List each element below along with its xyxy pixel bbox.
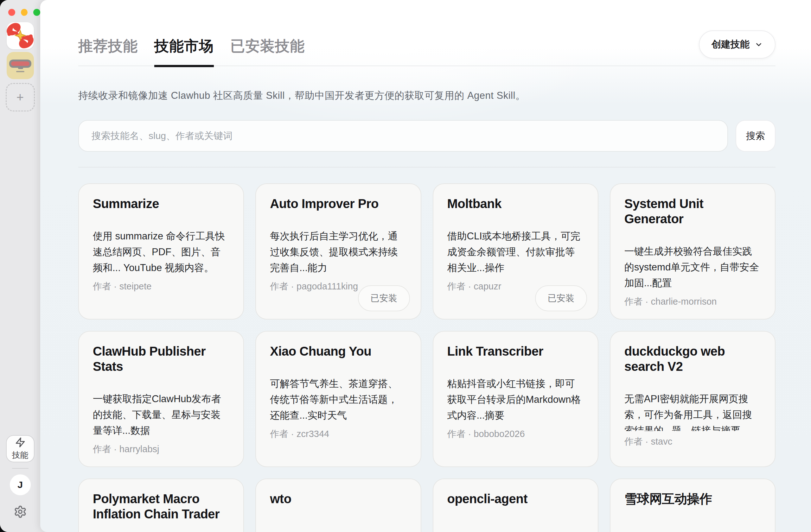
skill-author: 作者 · stavc xyxy=(624,435,761,448)
skill-card-systemd-unit-generator[interactable]: Systemd Unit Generator 一键生成并校验符合最佳实践的sys… xyxy=(610,183,776,319)
skill-card-auto-improver-pro[interactable]: Auto Improver Pro 每次执行后自主学习优化，通过收集反馈、提取模… xyxy=(255,183,421,319)
skill-card-opencli-agent[interactable]: opencli-agent 已安装 xyxy=(433,479,598,532)
skill-title: Moltbank xyxy=(447,196,584,211)
lobster-claws-star-icon xyxy=(7,22,34,49)
search-button-label: 搜索 xyxy=(746,129,765,142)
window-controls xyxy=(0,0,40,16)
skill-title: Auto Improver Pro xyxy=(270,196,407,211)
plus-icon: + xyxy=(16,90,24,105)
skill-title: wto xyxy=(270,491,407,506)
skill-description: 一键生成并校验符合最佳实践的systemd单元文件，自带安全加固...配置 xyxy=(624,244,761,291)
skill-title: Systemd Unit Generator xyxy=(624,196,761,226)
skill-card-duckduckgo-web-search-v2[interactable]: duckduckgo web search V2 无需API密钥就能开展网页搜索… xyxy=(610,331,776,467)
user-avatar[interactable]: J xyxy=(10,474,31,495)
tabs: 推荐技能 技能市场 已安装技能 xyxy=(78,36,305,66)
tab-skill-marketplace[interactable]: 技能市场 xyxy=(154,36,214,67)
search-input[interactable] xyxy=(78,120,728,152)
skill-title: 雪球网互动操作 xyxy=(624,491,761,506)
skill-title: ClawHub Publisher Stats xyxy=(93,344,229,374)
skill-title: Link Transcriber xyxy=(447,344,584,359)
main-panel: 推荐技能 技能市场 已安装技能 创建技能 持续收录和镜像加速 Clawhub 社… xyxy=(40,0,811,532)
skill-author: 作者 · charlie-morrison xyxy=(624,295,761,308)
skill-card-polymarket-macro-inflation-chain-trader[interactable]: Polymarket Macro Inflation Chain Trader … xyxy=(78,479,244,532)
gear-icon xyxy=(14,505,27,518)
skills-grid: Summarize 使用 summarize 命令行工具快速总结网页、PDF、图… xyxy=(78,183,776,532)
tabs-row: 推荐技能 技能市场 已安装技能 创建技能 xyxy=(78,30,776,66)
skill-description: 每次执行后自主学习优化，通过收集反馈、提取模式来持续完善自...能力 xyxy=(270,228,407,276)
app-window: + 技能 J xyxy=(0,0,811,532)
sidebar-skills-label: 技能 xyxy=(12,450,29,461)
skill-card-summarize[interactable]: Summarize 使用 summarize 命令行工具快速总结网页、PDF、图… xyxy=(78,183,244,319)
search-row: 搜索 xyxy=(78,120,776,152)
skill-title: Polymarket Macro Inflation Chain Trader xyxy=(93,491,229,521)
skill-author: 作者 · harrylabsj xyxy=(93,443,229,456)
skill-description: 一键获取指定ClawHub发布者的技能、下载量、星标与安装量等详...数据 xyxy=(93,391,229,439)
sidebar-item-skills[interactable]: 技能 xyxy=(6,435,34,462)
skill-card-clawhub-publisher-stats[interactable]: ClawHub Publisher Stats 一键获取指定ClawHub发布者… xyxy=(78,331,244,467)
skill-description: 粘贴抖音或小红书链接，即可获取平台转录后的Markdown格式内容...摘要 xyxy=(447,376,584,423)
visor-face-icon xyxy=(7,52,34,79)
skill-card-xiao-chuang-you[interactable]: Xiao Chuang You 可解答节气养生、茶道穿搭、传统节俗等新中式生活话… xyxy=(255,331,421,467)
zoom-window-button[interactable] xyxy=(33,9,40,16)
skill-description: 无需API密钥就能开展网页搜索，可作为备用工具，返回搜索结果的...题、链接与摘… xyxy=(624,391,761,431)
skill-description: 可解答节气养生、茶道穿搭、传统节俗等新中式生活话题，还能查...实时天气 xyxy=(270,376,407,423)
settings-button[interactable] xyxy=(13,505,27,519)
skill-description: 使用 summarize 命令行工具快速总结网页、PDF、图片、音频和... Y… xyxy=(93,228,229,276)
sidebar-divider xyxy=(12,468,29,469)
skill-card-moltbank[interactable]: Moltbank 借助CLI或本地桥接工具，可完成资金余额管理、付款审批等相关业… xyxy=(433,183,598,319)
visor-app-icon[interactable] xyxy=(7,52,34,79)
skill-card-wto[interactable]: wto 已安装 xyxy=(255,479,421,532)
create-skill-button[interactable]: 创建技能 xyxy=(699,30,776,59)
skill-title: Xiao Chuang You xyxy=(270,344,407,359)
skill-author: 作者 · steipete xyxy=(93,280,229,293)
lightning-icon xyxy=(15,437,26,448)
skill-title: duckduckgo web search V2 xyxy=(624,344,761,374)
minimize-window-button[interactable] xyxy=(21,9,28,16)
add-app-button[interactable]: + xyxy=(6,83,35,111)
skill-title: opencli-agent xyxy=(447,491,584,506)
create-skill-label: 创建技能 xyxy=(711,38,750,51)
avatar-initial: J xyxy=(17,480,23,490)
lobster-app-icon[interactable] xyxy=(7,22,34,49)
marketplace-intro-text: 持续收录和镜像加速 Clawhub 社区高质量 Skill，帮助中国开发者更方便… xyxy=(78,89,776,102)
installed-badge: 已安装 xyxy=(535,285,587,311)
skill-description: 借助CLI或本地桥接工具，可完成资金余额管理、付款审批等相关业...操作 xyxy=(447,228,584,276)
installed-badge: 已安装 xyxy=(358,285,410,311)
search-button[interactable]: 搜索 xyxy=(736,120,776,152)
tab-installed-skills[interactable]: 已安装技能 xyxy=(230,36,305,67)
sidebar: + 技能 J xyxy=(0,0,40,532)
tab-recommended-skills[interactable]: 推荐技能 xyxy=(78,36,138,67)
skill-card-xueqiu-interaction[interactable]: 雪球网互动操作 已安装 xyxy=(610,479,776,532)
section-divider xyxy=(78,167,776,168)
skill-card-link-transcriber[interactable]: Link Transcriber 粘贴抖音或小红书链接，即可获取平台转录后的Ma… xyxy=(433,331,598,467)
chevron-down-icon xyxy=(755,41,763,49)
skill-author: 作者 · bobobo2026 xyxy=(447,428,584,440)
close-window-button[interactable] xyxy=(8,9,15,16)
skill-author: 作者 · zcr3344 xyxy=(270,428,407,440)
skill-title: Summarize xyxy=(93,196,229,211)
